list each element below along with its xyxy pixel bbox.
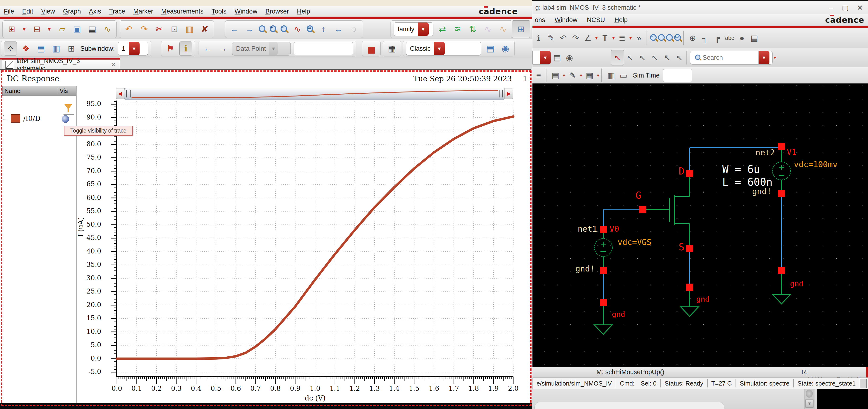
annotation-chat-icon[interactable]: ▭ xyxy=(617,68,630,83)
family-combo-arrow-icon[interactable]: ▾ xyxy=(418,23,429,36)
search-box[interactable]: ▾ xyxy=(690,51,773,64)
ruler-icon[interactable]: ∠ xyxy=(582,30,594,46)
save-icon[interactable]: ▣ xyxy=(71,22,83,36)
subwindow-spinner[interactable]: 1 ▾ xyxy=(118,42,148,56)
edit-doc-icon[interactable]: ✎ xyxy=(566,68,579,83)
copy-icon[interactable]: ⊡ xyxy=(168,22,181,36)
search-input[interactable] xyxy=(702,54,755,62)
flag-icon[interactable]: ⚑ xyxy=(164,42,177,56)
zoom-rect-icon[interactable]: ▭ xyxy=(306,25,314,33)
trace-row[interactable]: /I0/D xyxy=(3,114,40,123)
grid-layout-icon[interactable]: ⊞ xyxy=(65,42,78,56)
cursor-form-icon[interactable]: ↖ xyxy=(673,50,685,65)
next-view-icon[interactable]: → xyxy=(243,22,256,36)
schematic-zoom-in-icon[interactable]: + xyxy=(650,34,658,42)
family-combo[interactable]: family ▾ xyxy=(394,22,433,36)
search-extra-dropdown-icon[interactable]: ▾ xyxy=(773,55,777,60)
cursor-pin-icon[interactable]: ↖ xyxy=(624,50,636,65)
wire-label-icon[interactable]: abc xyxy=(723,30,736,46)
zoom-pulse-icon[interactable]: ∿ xyxy=(291,22,304,36)
menu-help[interactable]: Help xyxy=(297,8,310,15)
status-resize-box[interactable] xyxy=(860,379,867,388)
sim-time-input[interactable] xyxy=(663,69,692,82)
create-wire-icon[interactable]: ┐ xyxy=(699,30,711,46)
scrollbar-track[interactable] xyxy=(124,88,505,100)
schematic-menu-ncsu[interactable]: NCSU xyxy=(587,17,605,24)
prev-point-icon[interactable]: ← xyxy=(202,42,214,56)
menu-marker[interactable]: Marker xyxy=(133,8,153,15)
partial-combo-arrow-icon[interactable]: ▾ xyxy=(540,51,551,64)
stack-traces-icon[interactable]: ⇅ xyxy=(467,22,479,36)
schematic-pin[interactable] xyxy=(600,299,607,306)
next-point-icon[interactable]: → xyxy=(217,42,229,56)
clipboard-sim-icon[interactable]: ▥ xyxy=(605,68,617,83)
schematic-pin[interactable] xyxy=(778,267,785,274)
zoom-out-icon[interactable]: − xyxy=(280,25,288,33)
histogram-icon[interactable]: ▅ xyxy=(365,42,377,56)
tab-lab4-sim-nmos-iv-3[interactable]: lab4 sim_NMOS_IV_3 schematic ✕ xyxy=(2,60,120,70)
redo-icon[interactable]: ↷ xyxy=(138,22,150,36)
lines-icon[interactable]: ≡ xyxy=(532,68,545,83)
calculator-icon[interactable]: ▦ xyxy=(386,42,398,56)
schematic-titlebar[interactable]: g: lab4 sim_NMOS_IV_3 schematic * xyxy=(532,1,868,14)
cursor-text-icon[interactable]: ↖ xyxy=(661,50,673,65)
create-pin-icon[interactable]: ⊕ xyxy=(686,30,699,46)
open-icon[interactable]: ▱ xyxy=(56,22,68,36)
schematic-pin[interactable] xyxy=(639,206,646,213)
menu-browser[interactable]: Browser xyxy=(266,8,289,15)
schematic-undo-icon[interactable]: ↶ xyxy=(557,30,569,46)
schematic-pin[interactable] xyxy=(686,170,693,177)
probe-table-icon[interactable]: ▦ xyxy=(583,68,596,83)
save-cellview-icon[interactable]: ▤ xyxy=(551,50,563,65)
schematic-menu-window[interactable]: Window xyxy=(555,17,578,24)
menu-graph[interactable]: Graph xyxy=(63,8,81,15)
new-window-icon[interactable]: ⊞ xyxy=(5,22,18,36)
plot-scrollbar[interactable]: ◀ ▶ xyxy=(116,88,513,99)
display-options-icon[interactable]: ◉ xyxy=(563,50,576,65)
schematic-menu-help[interactable]: Help xyxy=(615,17,628,24)
previous-view-icon[interactable]: ← xyxy=(228,22,241,36)
ruler-dropdown-icon[interactable]: ▾ xyxy=(594,35,599,41)
probe-table-dropdown-icon[interactable]: ▾ xyxy=(596,72,600,78)
schematic-pin[interactable] xyxy=(600,267,607,274)
trace-name[interactable]: /I0/D xyxy=(23,115,40,123)
info-icon[interactable]: ℹ xyxy=(532,30,545,46)
schematic-redo-icon[interactable]: ↷ xyxy=(569,30,582,46)
schematic-pin[interactable] xyxy=(686,284,693,291)
menu-file[interactable]: File xyxy=(4,8,14,15)
undo-icon[interactable]: ↶ xyxy=(123,22,135,36)
hierarchy-dropdown-icon[interactable]: ▾ xyxy=(628,35,633,41)
print-icon[interactable]: ▤ xyxy=(86,22,98,36)
duplicate-wave-icon[interactable]: ∿ xyxy=(497,22,509,36)
new-window-dropdown-icon[interactable]: ▾ xyxy=(21,22,28,36)
reload-save-icon[interactable]: ▤ xyxy=(484,42,496,56)
menu-window[interactable]: Window xyxy=(235,8,257,15)
cut-icon[interactable]: ✂ xyxy=(153,22,165,36)
zoom-in-icon[interactable]: + xyxy=(270,25,278,33)
new-subwindow-icon[interactable]: ⊟ xyxy=(31,22,43,36)
new-subwindow-dropdown-icon[interactable]: ▾ xyxy=(46,22,53,36)
overlay-traces-icon[interactable]: ≋ xyxy=(452,22,464,36)
zoom-y-fit-icon[interactable]: ↕ xyxy=(317,22,330,36)
paste-icon[interactable]: ▥ xyxy=(183,22,196,36)
append-wave-icon[interactable]: ∿ xyxy=(482,22,494,36)
datapoint-field[interactable] xyxy=(293,42,353,55)
tab-close-icon[interactable]: ✕ xyxy=(111,61,116,68)
scrollbar-grip-right[interactable] xyxy=(499,90,503,97)
schematic-zoom-select-icon[interactable]: ▭ xyxy=(674,34,682,42)
schematic-zoom-out-icon[interactable]: − xyxy=(658,34,666,42)
close-icon[interactable]: ✕ xyxy=(853,2,867,13)
swap-axes-icon[interactable]: ⇄ xyxy=(436,22,448,36)
zoom-fit-icon[interactable] xyxy=(258,25,267,33)
menu-measurements[interactable]: Measurements xyxy=(161,8,204,15)
delete-icon[interactable]: ✘ xyxy=(198,22,211,36)
style-combo-arrow-icon[interactable]: ▾ xyxy=(434,42,445,55)
partial-combo[interactable]: ▾ xyxy=(532,51,551,64)
table-grid-icon[interactable]: ⊞ xyxy=(515,22,527,36)
wand-icon[interactable]: ✧ xyxy=(4,41,17,56)
schematic-pin[interactable] xyxy=(600,226,607,233)
cursor-probe-icon[interactable]: ↖ xyxy=(649,50,661,65)
create-wide-wire-icon[interactable]: ┏ xyxy=(711,30,723,46)
schematic-pin[interactable] xyxy=(778,143,785,150)
scrollbar-grip-left[interactable] xyxy=(126,90,130,97)
